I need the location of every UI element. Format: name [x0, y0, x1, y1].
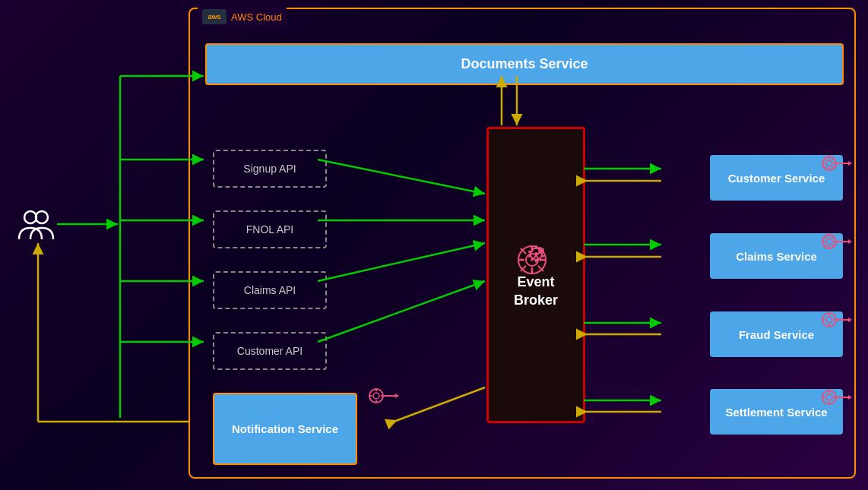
svg-line-8 — [832, 159, 834, 160]
svg-marker-31 — [848, 318, 852, 322]
fnol-api-box: FNOL API — [213, 210, 327, 248]
documents-service-box: Documents Service — [205, 43, 844, 85]
signup-api-box: Signup API — [213, 150, 327, 188]
svg-point-1 — [826, 160, 832, 166]
fnol-api-label: FNOL API — [246, 223, 294, 236]
svg-line-9 — [825, 166, 826, 168]
svg-point-61 — [36, 211, 48, 223]
aws-cloud-container: aws AWS Cloud Documents Service Signup A… — [188, 8, 856, 479]
customer-service-label: Customer Service — [728, 172, 825, 185]
svg-marker-39 — [848, 395, 852, 400]
claims-api-label: Claims API — [244, 284, 296, 296]
svg-marker-23 — [848, 239, 852, 244]
notification-service-label: Notification Service — [232, 422, 338, 435]
customer-api-box: Customer API — [213, 332, 327, 370]
customer-api-label: Customer API — [237, 345, 303, 357]
svg-point-33 — [826, 394, 832, 400]
gear-connector-broker-notification — [369, 387, 399, 407]
fraud-service-label: Fraud Service — [739, 328, 814, 341]
svg-line-18 — [825, 237, 826, 239]
gear-connector-icon-3 — [822, 311, 852, 333]
claims-api-box: Claims API — [213, 271, 327, 309]
gear-connector-icon-1 — [822, 155, 852, 176]
svg-line-20 — [832, 237, 834, 239]
svg-line-6 — [825, 159, 826, 160]
notification-service-box: Notification Service — [213, 393, 357, 465]
gear-connector-icon-2 — [822, 233, 852, 254]
svg-point-60 — [24, 211, 36, 223]
svg-point-41 — [373, 393, 379, 399]
event-broker-center-icon — [517, 245, 547, 280]
claims-service-label: Claims Service — [736, 250, 817, 263]
svg-point-13 — [826, 239, 832, 245]
svg-line-7 — [832, 166, 834, 168]
aws-cloud-label: AWS Cloud — [231, 11, 282, 23]
svg-line-21 — [825, 245, 826, 246]
svg-marker-11 — [848, 161, 852, 166]
aws-logo-area: aws AWS Cloud — [198, 8, 287, 26]
svg-line-19 — [832, 245, 834, 246]
settlement-service-label: Settlement Service — [725, 406, 827, 419]
documents-service-label: Documents Service — [461, 56, 588, 72]
user-icon — [15, 205, 61, 247]
svg-point-25 — [826, 317, 832, 323]
gear-connector-icon-4 — [822, 389, 852, 410]
aws-logo: aws — [202, 9, 227, 24]
svg-marker-47 — [395, 394, 399, 398]
signup-api-label: Signup API — [243, 163, 296, 175]
